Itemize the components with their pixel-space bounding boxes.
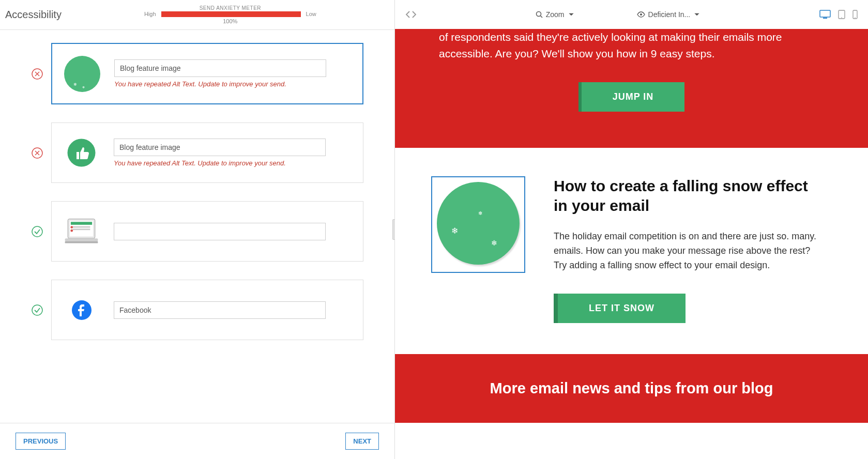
meter-high: High xyxy=(144,11,156,17)
svg-point-20 xyxy=(841,17,842,18)
anxiety-meter: SEND ANXIETY METER High Low 100% xyxy=(144,5,316,24)
preview-body[interactable]: of respondents said they're actively loo… xyxy=(395,29,868,459)
left-header: Accessibility SEND ANXIETY METER High Lo… xyxy=(0,0,394,30)
svg-point-9 xyxy=(70,226,73,228)
preview-toolbar: Zoom Deficient In... xyxy=(395,0,868,29)
accessibility-item[interactable]: You have repeated Alt Text. Update to im… xyxy=(31,123,363,183)
left-footer: PREVIOUS NEXT xyxy=(0,423,394,459)
alt-text-input[interactable] xyxy=(114,301,326,319)
meter-low: Low xyxy=(306,11,316,17)
code-toggle[interactable] xyxy=(405,10,417,19)
svg-point-16 xyxy=(640,13,642,16)
warning-text: You have repeated Alt Text. Update to im… xyxy=(114,80,352,88)
item-card[interactable] xyxy=(51,280,363,340)
alt-text-input[interactable] xyxy=(114,223,326,240)
item-card[interactable]: ❄ ❄ You have repeated Alt Text. Update t… xyxy=(51,43,363,104)
article-body: The holiday email competition is on and … xyxy=(554,230,824,273)
items-list[interactable]: ❄ ❄ You have repeated Alt Text. Update t… xyxy=(0,30,394,423)
alt-text-input[interactable] xyxy=(114,59,326,77)
preview-panel: Zoom Deficient In... of respondents said… xyxy=(395,0,868,459)
article-cta-button[interactable]: LET IT SNOW xyxy=(554,294,686,323)
hero-cta-button[interactable]: JUMP IN xyxy=(578,82,685,112)
svg-rect-8 xyxy=(73,228,90,230)
svg-rect-7 xyxy=(73,226,90,227)
meter-bar xyxy=(161,11,301,17)
meter-percent: 100% xyxy=(223,18,237,24)
item-card[interactable] xyxy=(51,201,363,262)
desktop-view-icon[interactable] xyxy=(819,10,831,19)
svg-rect-6 xyxy=(71,222,92,225)
svg-point-15 xyxy=(536,11,541,16)
article-section: ❄ ❄ ❄ How to create a falling snow effec… xyxy=(395,148,868,354)
svg-rect-12 xyxy=(65,241,98,243)
hero-text: of respondents said they're actively loo… xyxy=(439,29,824,62)
ok-icon xyxy=(31,304,43,316)
tablet-view-icon[interactable] xyxy=(838,10,845,19)
svg-rect-17 xyxy=(820,10,830,17)
visibility-label: Deficient In... xyxy=(648,10,691,19)
zoom-label: Zoom xyxy=(546,10,565,19)
ok-icon xyxy=(31,225,43,238)
next-button[interactable]: NEXT xyxy=(345,433,379,450)
article-image-selected[interactable]: ❄ ❄ ❄ xyxy=(431,176,525,273)
page-title: Accessibility xyxy=(5,9,62,21)
alt-text-input[interactable] xyxy=(114,139,326,156)
svg-point-22 xyxy=(855,17,856,18)
thumb-laptop xyxy=(62,212,101,251)
accessibility-item[interactable] xyxy=(31,201,363,262)
thumb-thumbsup xyxy=(62,133,101,172)
blog-banner: More email news and tips from our blog xyxy=(395,354,868,423)
svg-point-3 xyxy=(32,226,42,237)
accessibility-item[interactable]: ❄ ❄ You have repeated Alt Text. Update t… xyxy=(31,43,363,104)
error-icon xyxy=(31,68,43,80)
zoom-dropdown[interactable]: Zoom xyxy=(536,10,575,19)
svg-rect-11 xyxy=(65,238,98,241)
thumb-facebook xyxy=(62,290,101,329)
thumb-snow-circle: ❄ ❄ xyxy=(63,54,101,93)
article-title: How to create a falling snow effect in y… xyxy=(554,176,824,215)
hero-section: of respondents said they're actively loo… xyxy=(395,29,868,148)
svg-rect-18 xyxy=(823,18,827,19)
warning-text: You have repeated Alt Text. Update to im… xyxy=(114,159,353,167)
accessibility-panel: Accessibility SEND ANXIETY METER High Lo… xyxy=(0,0,395,459)
visibility-dropdown[interactable]: Deficient In... xyxy=(637,10,701,19)
mobile-view-icon[interactable] xyxy=(852,10,858,19)
svg-point-13 xyxy=(32,305,42,315)
item-card[interactable]: You have repeated Alt Text. Update to im… xyxy=(51,123,363,183)
accessibility-item[interactable] xyxy=(31,280,363,340)
error-icon xyxy=(31,147,43,159)
previous-button[interactable]: PREVIOUS xyxy=(16,433,66,450)
svg-point-10 xyxy=(70,229,73,232)
meter-label: SEND ANXIETY METER xyxy=(200,5,261,11)
